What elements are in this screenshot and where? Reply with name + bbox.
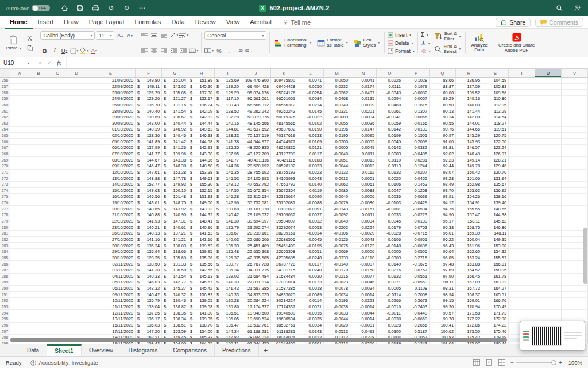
column-header-H[interactable]: H — [188, 69, 215, 77]
cell-A282[interactable] — [10, 237, 29, 243]
cell-M297[interactable]: 0.0513 — [324, 328, 350, 335]
cell-K291[interactable]: 34833025 — [271, 292, 297, 298]
cell-A257[interactable] — [10, 84, 29, 90]
align-middle-icon[interactable] — [150, 31, 158, 39]
cell-P258[interactable]: -0.0082 — [403, 90, 430, 96]
cell-L271[interactable]: 0.0223 — [297, 170, 324, 176]
cell-N276[interactable]: -0.0086 — [350, 200, 377, 206]
cell-B275[interactable] — [29, 194, 48, 200]
cell-C272[interactable] — [48, 175, 67, 182]
cell-F289[interactable]: $146.03 — [136, 279, 162, 286]
horizontal-scroll-thumb[interactable] — [10, 338, 507, 342]
cell-K290[interactable]: 21587385 — [271, 286, 297, 292]
cell-L269[interactable]: 0.0188 — [297, 157, 324, 163]
cell-I269[interactable]: $141.77 — [215, 157, 241, 163]
cell-K258[interactable]: 95074176 — [271, 90, 297, 96]
cell-C297[interactable] — [48, 328, 67, 335]
cell-T294[interactable] — [509, 310, 535, 316]
cell-Q278[interactable]: 94.96 — [430, 212, 456, 218]
cell-F276[interactable]: $143.61 — [136, 200, 162, 206]
column-header-U[interactable]: U — [535, 69, 562, 77]
cell-M261[interactable]: 0.0331 — [324, 108, 350, 114]
cell-C267[interactable] — [48, 145, 67, 151]
cell-M279[interactable]: 0.0049 — [324, 218, 350, 225]
cell-T284[interactable] — [509, 249, 535, 255]
cell-T268[interactable] — [509, 151, 535, 158]
format-as-table-button[interactable]: Formatas Table ▾ — [315, 38, 349, 48]
cell-S296[interactable]: 174.22 — [482, 323, 509, 329]
cell-F286[interactable]: $133.50 — [136, 261, 162, 267]
column-header-Q[interactable]: Q — [430, 69, 456, 77]
cell-P295[interactable]: -0.0669 — [403, 316, 430, 323]
cell-H280[interactable]: $140.96 — [188, 224, 215, 231]
cell-R265[interactable]: 145.29 — [456, 133, 482, 139]
cell-B268[interactable] — [29, 151, 48, 158]
cell-J287[interactable]: 34,331,715 — [241, 267, 271, 274]
cell-E258[interactable]: 23/09/2020 — [86, 90, 136, 96]
cell-A288[interactable] — [10, 274, 29, 280]
cell-N280[interactable]: -0.0224 — [350, 224, 377, 231]
cell-I265[interactable]: $138.33 — [215, 133, 241, 139]
cell-P284[interactable]: -0.0505 — [403, 249, 430, 255]
cell-M288[interactable]: 0.0216 — [324, 274, 350, 280]
cell-A277[interactable] — [10, 206, 29, 212]
cell-T262[interactable] — [509, 114, 535, 121]
cell-G296[interactable]: $138.51 — [162, 323, 188, 329]
cell-E294[interactable]: 12/11/2020 — [86, 310, 136, 316]
cell-I276[interactable]: $142.96 — [215, 200, 241, 206]
cell-T260[interactable] — [509, 102, 535, 109]
cell-S293[interactable]: 170.49 — [482, 304, 509, 310]
cell-I282[interactable]: $140.03 — [215, 237, 241, 243]
cell-C286[interactable] — [48, 261, 67, 267]
sort-filter-button[interactable]: Sort &Filter ▾ — [432, 32, 462, 41]
cell-G294[interactable]: $138.35 — [162, 310, 188, 316]
cell-Q282[interactable]: 96.22 — [430, 237, 456, 243]
cell-R282[interactable]: 160.04 — [456, 237, 482, 243]
cell-U264[interactable] — [535, 126, 562, 133]
cell-H269[interactable]: $144.86 — [188, 157, 215, 163]
cell-R273[interactable]: 152.98 — [456, 182, 482, 188]
cell-H261[interactable]: $142.09 — [188, 108, 215, 114]
cell-L289[interactable]: 0.0173 — [297, 279, 324, 286]
cell-U265[interactable] — [535, 133, 562, 139]
cell-Q277[interactable]: 94.75 — [430, 206, 456, 212]
vertical-scroll-thumb[interactable] — [583, 228, 587, 285]
cell-G280[interactable]: $140.61 — [162, 224, 188, 231]
cell-Q279[interactable]: 95.17 — [430, 218, 456, 225]
cell-N259[interactable]: -0.0135 — [350, 96, 377, 102]
cell-M286[interactable]: -0.0140 — [324, 261, 350, 267]
column-header-M[interactable]: M — [324, 69, 350, 77]
cell-K296[interactable]: 18532761 — [271, 323, 297, 329]
row-header-286[interactable]: 286 — [0, 261, 10, 267]
cell-M257[interactable]: -0.0232 — [324, 84, 350, 90]
cell-I278[interactable]: $140.42 — [215, 212, 241, 218]
cell-D296[interactable] — [67, 323, 86, 329]
cell-K273[interactable]: 47653792 — [271, 182, 297, 188]
horizontal-scrollbar[interactable] — [10, 338, 581, 342]
cell-K295[interactable]: 19698534 — [271, 316, 297, 323]
cell-styles-button[interactable]: CellStyles ▾ — [351, 38, 381, 48]
cell-P281[interactable]: -0.0715 — [403, 231, 430, 237]
cell-D267[interactable] — [67, 145, 86, 151]
cell-B259[interactable] — [29, 96, 48, 102]
cell-M283[interactable]: -0.0075 — [324, 243, 350, 249]
cell-I287[interactable]: $136.34 — [215, 267, 241, 274]
cell-J270[interactable]: 28,528,192 — [241, 163, 271, 170]
cell-L261[interactable]: 0.0145 — [297, 108, 324, 114]
cell-F297[interactable]: $147.20 — [136, 328, 162, 335]
cell-L259[interactable]: 0.0084 — [297, 96, 324, 102]
cell-R260[interactable]: 140.80 — [456, 102, 482, 109]
cell-E292[interactable]: 10/11/2020 — [86, 298, 136, 304]
cell-L274[interactable]: -0.0119 — [297, 188, 324, 194]
cell-D285[interactable] — [67, 255, 86, 262]
cell-E284[interactable]: 29/10/2020 — [86, 249, 136, 255]
cell-G277[interactable]: $143.92 — [162, 206, 188, 212]
search-icon[interactable] — [555, 3, 564, 13]
cell-O272[interactable]: -0.0020 — [377, 175, 403, 182]
cell-G281[interactable]: $137.21 — [162, 231, 188, 237]
column-header-F[interactable]: F — [136, 69, 162, 77]
sheet-tab-data[interactable]: Data — [20, 344, 47, 356]
cell-G266[interactable]: $141.42 — [162, 139, 188, 145]
cell-U269[interactable] — [535, 157, 562, 163]
cell-P261[interactable]: 0.1307 — [403, 108, 430, 114]
